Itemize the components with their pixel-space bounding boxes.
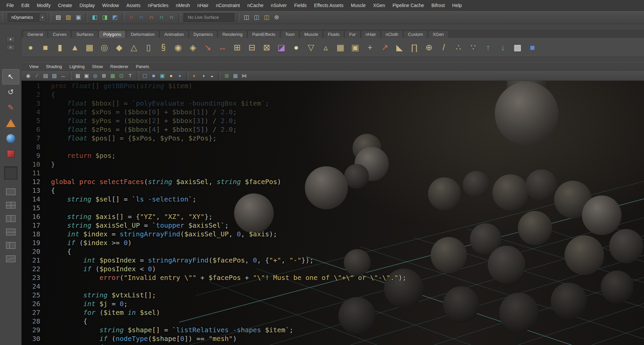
shelf-tab-xgen[interactable]: XGen: [428, 31, 448, 38]
new-scene-icon[interactable]: ▤: [54, 13, 63, 22]
uv-checker-icon[interactable]: ▩: [511, 40, 525, 54]
poly-pyramid-icon[interactable]: △: [127, 40, 141, 54]
shelf-tab-surfaces[interactable]: Surfaces: [71, 31, 98, 38]
poly-fill-hole-icon[interactable]: ▣: [348, 40, 362, 54]
poly-pipe-icon[interactable]: ▯: [142, 40, 156, 54]
shelf-tab-general[interactable]: General: [23, 31, 48, 38]
layout-outliner-persp[interactable]: [2, 239, 19, 252]
snap-to-grid-icon[interactable]: ∩: [127, 13, 136, 22]
menu-nparticles[interactable]: nParticles: [144, 0, 172, 11]
poly-combine-icon[interactable]: ⊞: [230, 40, 244, 54]
shelf-tab-ncloth[interactable]: nCloth: [381, 31, 403, 38]
grid-toggle-icon[interactable]: ▦: [74, 72, 82, 80]
sculpt-red-arrow-icon[interactable]: ↘: [201, 40, 215, 54]
shelf-tab-custom[interactable]: Custom: [403, 31, 428, 38]
render-current-frame-icon[interactable]: ◫: [252, 13, 261, 22]
poly-prism-icon[interactable]: ◆: [112, 40, 126, 54]
default-material-icon[interactable]: ◐: [191, 72, 199, 80]
hypershade-cube-icon[interactable]: ■: [525, 40, 539, 54]
scale-tool[interactable]: [2, 146, 19, 162]
menu-nsolver[interactable]: nSolver: [267, 0, 290, 11]
layout-two-pane-side[interactable]: [2, 212, 19, 225]
shelf-tab-list-icon[interactable]: ▾: [6, 36, 15, 42]
cut-faces-icon[interactable]: /: [437, 40, 451, 54]
menu-fields[interactable]: Fields: [290, 0, 310, 11]
shelf-tab-painteffects[interactable]: PaintEffects: [248, 31, 280, 38]
select-camera-icon[interactable]: ◉: [24, 72, 32, 80]
menu-file[interactable]: File: [3, 0, 18, 11]
make-live-icon[interactable]: ∩: [167, 13, 176, 22]
poly-mirror-icon[interactable]: ↔: [215, 40, 229, 54]
menu-effects-assets[interactable]: Effects Assets: [310, 0, 347, 11]
poly-cube-icon[interactable]: ■: [38, 40, 52, 54]
menu-nconstraint[interactable]: nConstraint: [212, 0, 244, 11]
menu-window[interactable]: Window: [99, 0, 123, 11]
shelf-tab-animation[interactable]: Animation: [160, 31, 189, 38]
shaded-mode-icon[interactable]: ■: [150, 72, 158, 80]
image-plane-icon[interactable]: ▧: [50, 72, 58, 80]
poly-helix-icon[interactable]: §: [156, 40, 170, 54]
field-chart-icon[interactable]: ▩: [109, 72, 117, 80]
gate-mask-icon[interactable]: ⊠: [100, 72, 108, 80]
ipr-render-icon[interactable]: ◫: [262, 13, 271, 22]
wireframe-mode-icon[interactable]: ▢: [141, 72, 149, 80]
viewport[interactable]: 1proc float[] getBBPos(string $item)2{3 …: [21, 81, 644, 345]
shelf-tab-rendering[interactable]: Rendering: [218, 31, 247, 38]
normals-conform-icon[interactable]: ↓: [496, 40, 510, 54]
snap-to-point-icon[interactable]: ∩: [147, 13, 156, 22]
snap-to-curve-icon[interactable]: ∩: [137, 13, 146, 22]
paint-select-tool[interactable]: ✎: [2, 100, 19, 115]
poly-bevel-icon[interactable]: ◣: [392, 40, 407, 54]
poly-plane-icon[interactable]: ▦: [83, 40, 97, 54]
panel-menu-panels[interactable]: Panels: [132, 64, 153, 69]
menu-pipeline-cache[interactable]: Pipeline Cache: [389, 0, 428, 11]
shelf-tab-curves[interactable]: Curves: [48, 31, 71, 38]
menu-assets[interactable]: Assets: [123, 0, 144, 11]
open-scene-icon[interactable]: ▨: [64, 13, 73, 22]
move-tool[interactable]: [2, 115, 19, 131]
panel-menu-shading[interactable]: Shading: [42, 64, 66, 69]
plugin-shapes-icon[interactable]: ▦: [231, 72, 239, 80]
poly-cylinder-icon[interactable]: ▮: [53, 40, 67, 54]
lasso-tool[interactable]: ↺: [2, 84, 19, 100]
shelf-tab-nhair[interactable]: nHair: [361, 31, 381, 38]
isolate-select-icon[interactable]: ⊞: [223, 72, 231, 80]
panel-menu-lighting[interactable]: Lighting: [66, 64, 89, 69]
layout-four-pane[interactable]: [2, 198, 19, 212]
menu-modify[interactable]: Modify: [33, 0, 54, 11]
poly-separate-icon[interactable]: ⊟: [245, 40, 259, 54]
poly-quadrangulate-icon[interactable]: ▦: [333, 40, 347, 54]
shelf-tab-fluids[interactable]: Fluids: [323, 31, 344, 38]
panel-menu-renderer[interactable]: Renderer: [107, 64, 132, 69]
menu-xgen[interactable]: XGen: [369, 0, 389, 11]
shelf-tab-dynamics[interactable]: Dynamics: [189, 31, 217, 38]
poly-boolean-icon[interactable]: ◪: [274, 40, 288, 54]
menu-edit[interactable]: Edit: [18, 0, 33, 11]
camera-bookmark-icon[interactable]: ▤: [42, 72, 50, 80]
menu-help[interactable]: Help: [448, 0, 466, 11]
film-gate-icon[interactable]: ▣: [83, 72, 91, 80]
save-scene-icon[interactable]: ▣: [74, 13, 83, 22]
menu-create[interactable]: Create: [54, 0, 76, 11]
poly-cleanup-icon[interactable]: +: [363, 40, 377, 54]
poly-extract-icon[interactable]: ⊠: [260, 40, 274, 54]
render-settings-icon[interactable]: ⊛: [272, 13, 281, 22]
poly-cone-icon[interactable]: ▲: [68, 40, 82, 54]
panel-menu-view[interactable]: View: [25, 64, 42, 69]
shelf-tab-toon[interactable]: Toon: [280, 31, 299, 38]
render-view-icon[interactable]: ◫: [242, 13, 251, 22]
shelf-menu-icon[interactable]: ≡: [6, 44, 15, 50]
use-all-lights-icon[interactable]: ●: [167, 72, 175, 80]
chevron-down-icon[interactable]: ▾: [39, 13, 46, 21]
append-polygon-icon[interactable]: ⊕: [422, 40, 436, 54]
share-view-icon[interactable]: ⋈: [240, 72, 248, 80]
safe-action-icon[interactable]: ⊡: [117, 72, 125, 80]
safe-title-icon[interactable]: T: [126, 72, 134, 80]
select-tool[interactable]: ↖: [2, 69, 19, 84]
poly-torus-icon[interactable]: ◎: [97, 40, 111, 54]
select-hierarchy-icon[interactable]: ◧: [90, 13, 99, 22]
shelf-tab-fur[interactable]: Fur: [344, 31, 361, 38]
shelf-tab-polygons[interactable]: Polygons: [99, 31, 126, 38]
select-component-icon[interactable]: ◩: [110, 13, 119, 22]
poly-reduce-icon[interactable]: ▽: [304, 40, 318, 54]
